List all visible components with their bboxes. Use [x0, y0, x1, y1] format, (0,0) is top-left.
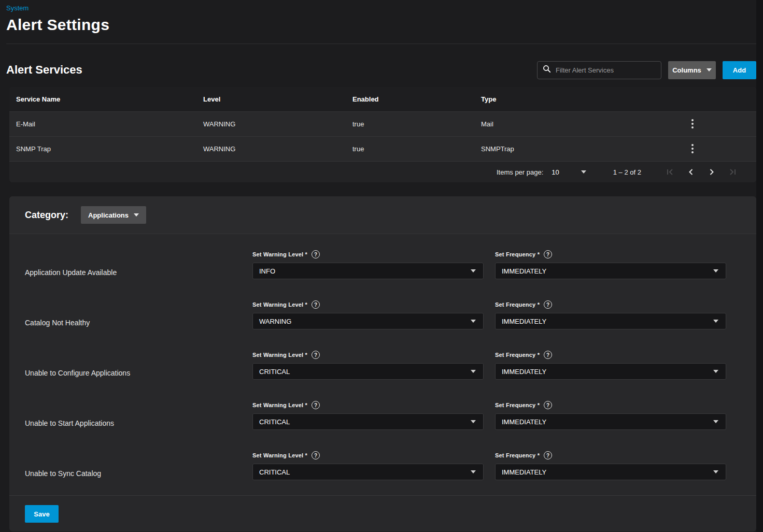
alert-services-heading: Alert Services — [6, 63, 537, 77]
chevron-down-icon — [713, 370, 718, 373]
frequency-select[interactable]: IMMEDIATELY — [495, 413, 726, 430]
warning-level-value: CRITICAL — [259, 468, 290, 476]
table-row: E-Mail WARNING true Mail — [9, 111, 756, 136]
frequency-value: IMMEDIATELY — [502, 267, 546, 275]
frequency-label: Set Frequency * — [495, 251, 540, 257]
alert-name-label: Unable to Configure Applications — [9, 335, 252, 385]
chevron-down-icon — [471, 370, 476, 373]
alert-config-rows: Application Update Available Set Warning… — [9, 234, 756, 485]
warning-level-label: Set Warning Level * — [252, 402, 307, 408]
frequency-field: Set Frequency * ? IMMEDIATELY — [495, 284, 726, 335]
cell-service-name: SNMP Trap — [9, 136, 197, 161]
table-pagination: Items per page: 10 1 – 2 of 2 — [9, 161, 756, 182]
first-page-button[interactable] — [660, 162, 681, 182]
warning-level-select[interactable]: CRITICAL — [252, 413, 484, 430]
help-circle-icon[interactable]: ? — [312, 250, 320, 258]
category-header: Category: Applications — [9, 196, 756, 234]
chevron-down-icon — [471, 470, 476, 473]
help-circle-icon[interactable]: ? — [544, 250, 552, 258]
cell-type: SNMPTrap — [475, 136, 673, 161]
column-header-level: Level — [197, 87, 346, 111]
add-button-label: Add — [733, 66, 746, 74]
frequency-field: Set Frequency * ? IMMEDIATELY — [495, 385, 726, 435]
cell-level: WARNING — [197, 136, 346, 161]
warning-level-field: Set Warning Level * ? WARNING — [252, 284, 484, 335]
chevron-down-icon — [471, 320, 476, 323]
alert-category-card: Category: Applications Application Updat… — [9, 196, 756, 531]
table-row: SNMP Trap WARNING true SNMPTrap — [9, 136, 756, 161]
category-label: Category: — [25, 210, 68, 221]
last-page-button[interactable] — [722, 162, 743, 182]
cell-type: Mail — [475, 111, 673, 136]
category-selected-value: Applications — [88, 211, 129, 219]
help-circle-icon[interactable]: ? — [312, 300, 320, 309]
page-range-label: 1 – 2 of 2 — [613, 168, 641, 176]
help-circle-icon[interactable]: ? — [312, 401, 320, 409]
next-page-button[interactable] — [701, 162, 722, 182]
help-circle-icon[interactable]: ? — [544, 401, 552, 409]
columns-button-label: Columns — [672, 66, 701, 74]
breadcrumb-system[interactable]: System — [6, 4, 29, 12]
first-page-icon — [666, 167, 675, 177]
column-header-type: Type — [475, 87, 673, 111]
previous-page-icon — [686, 167, 696, 177]
alert-services-table: Service Name Level Enabled Type E-Mail W… — [9, 87, 756, 161]
alert-config-row: Unable to Configure Applications Set War… — [9, 335, 756, 385]
frequency-value: IMMEDIATELY — [502, 468, 546, 476]
help-circle-icon[interactable]: ? — [544, 351, 552, 359]
save-button[interactable]: Save — [25, 505, 59, 523]
help-circle-icon[interactable]: ? — [312, 451, 320, 459]
frequency-select[interactable]: IMMEDIATELY — [495, 363, 726, 380]
alert-name-label: Application Update Available — [9, 234, 252, 284]
items-per-page-select[interactable]: 10 — [552, 168, 586, 176]
chevron-down-icon — [713, 420, 718, 423]
column-header-service-name: Service Name — [9, 87, 197, 111]
warning-level-field: Set Warning Level * ? CRITICAL — [252, 335, 484, 385]
frequency-select[interactable]: IMMEDIATELY — [495, 464, 726, 480]
warning-level-select[interactable]: INFO — [252, 263, 484, 279]
chevron-down-icon — [713, 269, 718, 272]
warning-level-field: Set Warning Level * ? CRITICAL — [252, 385, 484, 435]
filter-alert-services-input[interactable] — [556, 66, 656, 74]
frequency-select[interactable]: IMMEDIATELY — [495, 313, 726, 329]
frequency-select[interactable]: IMMEDIATELY — [495, 263, 726, 279]
chevron-down-icon — [713, 320, 718, 323]
cell-enabled: true — [346, 136, 475, 161]
alert-name-label: Unable to Start Applications — [9, 385, 252, 435]
frequency-value: IMMEDIATELY — [502, 418, 546, 426]
items-per-page-value: 10 — [552, 168, 559, 176]
warning-level-value: INFO — [259, 267, 275, 275]
warning-level-select[interactable]: WARNING — [252, 313, 484, 329]
table-header-row: Service Name Level Enabled Type — [9, 87, 756, 111]
help-circle-icon[interactable]: ? — [544, 451, 552, 459]
alert-name-label: Catalog Not Healthy — [9, 284, 252, 335]
warning-level-value: CRITICAL — [259, 418, 290, 426]
row-actions-menu-button[interactable] — [686, 116, 699, 132]
columns-button[interactable]: Columns — [668, 61, 716, 79]
warning-level-value: WARNING — [259, 318, 291, 325]
page-scrollbar-track[interactable] — [756, 0, 763, 532]
add-alert-service-button[interactable]: Add — [723, 61, 756, 79]
warning-level-label: Set Warning Level * — [252, 301, 307, 308]
row-actions-menu-button[interactable] — [686, 141, 699, 156]
category-select-button[interactable]: Applications — [81, 206, 146, 224]
warning-level-select[interactable]: CRITICAL — [252, 464, 484, 480]
alert-settings-page: System Alert Settings Alert Services Col… — [0, 0, 756, 531]
alert-name-label: Unable to Sync Catalog — [9, 435, 252, 485]
filter-alert-services-field[interactable] — [537, 61, 661, 79]
header-divider — [6, 44, 756, 44]
chevron-down-icon — [707, 68, 712, 71]
next-page-icon — [707, 167, 716, 177]
column-header-actions — [673, 87, 756, 111]
chevron-down-icon — [581, 170, 586, 174]
alert-services-card: Service Name Level Enabled Type E-Mail W… — [9, 87, 756, 182]
help-circle-icon[interactable]: ? — [544, 300, 552, 309]
warning-level-select[interactable]: CRITICAL — [252, 363, 484, 380]
alert-config-row: Unable to Sync Catalog Set Warning Level… — [9, 435, 756, 485]
frequency-label: Set Frequency * — [495, 301, 540, 308]
alert-services-toolbar: Alert Services Columns Add — [6, 61, 756, 79]
previous-page-button[interactable] — [681, 162, 701, 182]
frequency-value: IMMEDIATELY — [502, 318, 546, 325]
cell-level: WARNING — [197, 111, 346, 136]
help-circle-icon[interactable]: ? — [312, 351, 320, 359]
